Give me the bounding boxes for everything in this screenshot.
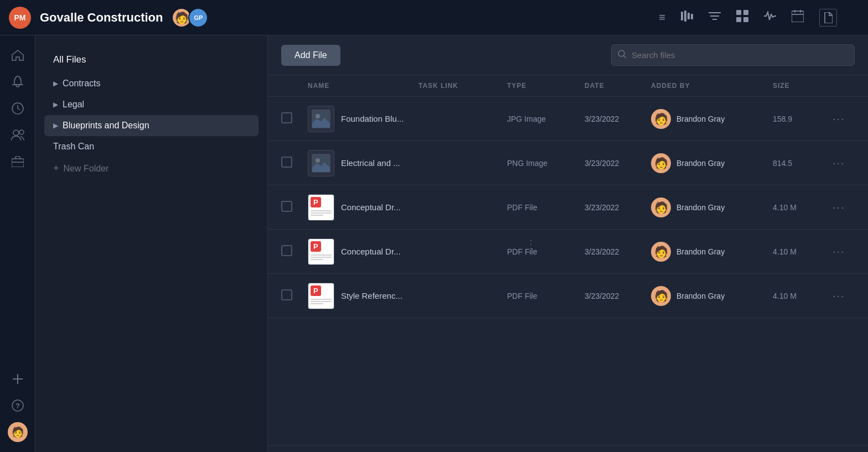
search-icon bbox=[618, 50, 627, 61]
row-5-user-avatar: 🧑 bbox=[651, 286, 671, 306]
calendar-icon[interactable] bbox=[792, 10, 804, 25]
briefcase-icon[interactable] bbox=[7, 150, 29, 173]
activity-icon[interactable] bbox=[764, 11, 776, 24]
trash-can-item[interactable]: Trash Can bbox=[44, 136, 259, 157]
row-1-checkbox[interactable] bbox=[281, 112, 292, 123]
svg-text:?: ? bbox=[16, 402, 20, 410]
add-file-button[interactable]: Add File bbox=[281, 45, 340, 66]
table-row[interactable]: Foundation Blu... JPG Image 3/23/2022 🧑 … bbox=[268, 97, 868, 141]
col-task-link: TASK LINK bbox=[418, 82, 507, 90]
row-1-actions: ··· bbox=[828, 110, 855, 127]
row-2-actions: ··· bbox=[828, 154, 855, 172]
list-icon[interactable]: ≡ bbox=[659, 11, 665, 24]
help-icon[interactable]: ? bbox=[7, 394, 29, 417]
file-tree: All Files ▶ Contracts ▶ Legal ▶ Blueprin… bbox=[35, 35, 268, 452]
svg-rect-7 bbox=[736, 10, 741, 15]
drag-handle[interactable]: ⋮ bbox=[525, 237, 536, 251]
svg-point-27 bbox=[618, 50, 624, 56]
row-3-checkbox[interactable] bbox=[281, 201, 292, 212]
row-4-file-icon: P bbox=[308, 238, 334, 265]
search-input[interactable] bbox=[611, 44, 855, 66]
new-folder-item[interactable]: + New Folder bbox=[44, 157, 259, 180]
row-5-file-icon: P bbox=[308, 283, 334, 309]
svg-line-18 bbox=[18, 108, 20, 110]
filter-icon[interactable] bbox=[709, 11, 721, 24]
all-files-item[interactable]: All Files bbox=[44, 49, 259, 71]
row-5-added-by: 🧑 Brandon Gray bbox=[651, 286, 773, 306]
top-nav: PM Govalle Construction 🧑 GP ≡ bbox=[0, 0, 868, 35]
blueprints-arrow: ▶ bbox=[53, 122, 58, 129]
sidebar-icons: ? 🧑 bbox=[0, 35, 35, 452]
svg-point-31 bbox=[316, 114, 320, 118]
svg-point-19 bbox=[13, 130, 19, 136]
clock-icon[interactable] bbox=[7, 97, 29, 120]
row-2-checkbox[interactable] bbox=[281, 157, 292, 168]
svg-rect-11 bbox=[792, 11, 804, 22]
table-row[interactable]: Electrical and ... PNG Image 3/23/2022 🧑… bbox=[268, 141, 868, 185]
row-4-name-cell: P Conceptual Dr... bbox=[308, 238, 418, 265]
row-5-user-name: Brandon Gray bbox=[676, 292, 725, 300]
row-2-name-cell: Electrical and ... bbox=[308, 150, 418, 176]
col-added-by: ADDED BY bbox=[651, 82, 773, 90]
horizontal-scrollbar[interactable] bbox=[268, 445, 868, 452]
row-5-date: 3/23/2022 bbox=[585, 292, 651, 300]
row-1-user-name: Brandon Gray bbox=[676, 115, 725, 123]
pdf-lines-5 bbox=[311, 299, 332, 305]
table-row[interactable]: P Conceptual Dr... PDF File 3/23/2022 🧑 bbox=[268, 185, 868, 230]
pdf-badge: P bbox=[311, 197, 321, 207]
users-icon[interactable] bbox=[7, 124, 29, 146]
table-row[interactable]: P Style Referenc... PDF File 3/23/2022 🧑 bbox=[268, 274, 868, 318]
pm-logo: PM bbox=[9, 7, 31, 29]
svg-point-35 bbox=[316, 158, 320, 163]
user-profile-icon[interactable]: 🧑 bbox=[7, 421, 29, 443]
row-4-checkbox-cell bbox=[281, 245, 308, 258]
row-5-size: 4.10 M bbox=[773, 292, 828, 300]
bell-icon[interactable] bbox=[7, 71, 29, 93]
svg-rect-2 bbox=[688, 13, 690, 19]
home-icon[interactable] bbox=[7, 44, 29, 66]
content-toolbar: Add File bbox=[268, 35, 868, 75]
table-row[interactable]: P Conceptual Dr... PDF File 3/23/2022 🧑 bbox=[268, 230, 868, 274]
svg-line-28 bbox=[624, 55, 627, 58]
row-5-more-button[interactable]: ··· bbox=[828, 287, 850, 304]
row-2-more-button[interactable]: ··· bbox=[828, 154, 850, 172]
row-4-more-button[interactable]: ··· bbox=[828, 243, 850, 260]
table-icon[interactable] bbox=[736, 10, 748, 25]
row-5-checkbox-cell bbox=[281, 289, 308, 303]
bars-icon[interactable] bbox=[681, 11, 693, 24]
legal-item[interactable]: ▶ Legal bbox=[44, 94, 259, 115]
row-1-name-cell: Foundation Blu... bbox=[308, 106, 418, 132]
svg-rect-10 bbox=[743, 17, 748, 22]
svg-rect-1 bbox=[684, 11, 686, 22]
row-1-more-button[interactable]: ··· bbox=[828, 110, 850, 127]
contracts-arrow: ▶ bbox=[53, 80, 58, 87]
app-title: Govalle Construction bbox=[40, 11, 163, 25]
row-4-type: PDF File bbox=[507, 247, 585, 256]
row-2-user-name: Brandon Gray bbox=[676, 159, 725, 168]
row-3-file-name: Conceptual Dr... bbox=[341, 202, 401, 212]
pdf-badge-5: P bbox=[311, 285, 321, 296]
col-type: TYPE bbox=[507, 82, 585, 90]
row-3-file-icon: P bbox=[308, 194, 334, 221]
row-2-date: 3/23/2022 bbox=[585, 159, 651, 168]
document-icon[interactable] bbox=[819, 9, 837, 27]
user-avatars: 🧑 GP bbox=[172, 8, 208, 28]
row-2-added-by: 🧑 Brandon Gray bbox=[651, 153, 773, 173]
row-1-file-icon bbox=[308, 106, 334, 132]
row-1-date: 3/23/2022 bbox=[585, 115, 651, 123]
legal-arrow: ▶ bbox=[53, 101, 58, 108]
row-3-more-button[interactable]: ··· bbox=[828, 199, 850, 216]
row-5-checkbox[interactable] bbox=[281, 289, 292, 300]
row-4-size: 4.10 M bbox=[773, 247, 828, 256]
row-1-added-by: 🧑 Brandon Gray bbox=[651, 109, 773, 129]
user-avatar-2[interactable]: GP bbox=[188, 8, 208, 28]
contracts-item[interactable]: ▶ Contracts bbox=[44, 73, 259, 94]
row-4-date: 3/23/2022 bbox=[585, 247, 651, 256]
plus-nav-icon[interactable] bbox=[7, 368, 29, 390]
table-header: NAME TASK LINK TYPE DATE ADDED BY SIZE bbox=[268, 75, 868, 97]
col-size: SIZE bbox=[773, 82, 828, 90]
blueprints-item[interactable]: ▶ Blueprints and Design bbox=[44, 115, 259, 136]
row-4-checkbox[interactable] bbox=[281, 245, 292, 256]
pdf-lines bbox=[311, 210, 332, 217]
row-2-file-name: Electrical and ... bbox=[341, 158, 400, 168]
